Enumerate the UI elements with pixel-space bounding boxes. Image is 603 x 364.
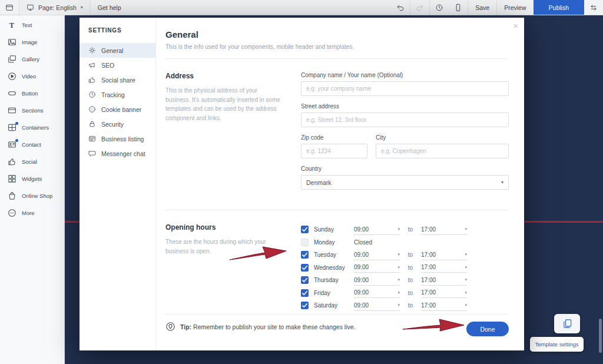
save-button[interactable]: Save	[468, 0, 496, 15]
notification-dot	[15, 122, 18, 125]
opening-hours-title: Opening hours	[165, 223, 281, 231]
canvas-scrollbar[interactable]	[599, 319, 602, 353]
pages-icon[interactable]	[0, 0, 19, 15]
open-time-select[interactable]: 09:00▾	[354, 300, 400, 311]
open-time-value: 09:00	[354, 302, 369, 309]
address-section: Address This is the physical address of …	[165, 59, 509, 210]
open-time-select[interactable]: 09:00▾	[354, 262, 400, 273]
country-select[interactable]: Denmark ▾	[301, 175, 509, 190]
settings-nav-business-listing[interactable]: Business listing	[79, 131, 155, 146]
company-name-input[interactable]	[301, 81, 509, 96]
country-value: Denmark	[306, 179, 332, 186]
sidebar-item-online-shop[interactable]: Online Shop	[0, 187, 64, 204]
page-language-select[interactable]: Page: English ▾	[19, 0, 91, 15]
open-time-select[interactable]: 09:00▾	[354, 275, 400, 286]
close-time-select[interactable]: 17:00▾	[421, 262, 467, 273]
sidebar-item-video[interactable]: Video	[0, 68, 64, 85]
close-time-select[interactable]: 17:00▾	[421, 224, 467, 235]
undo-icon[interactable]	[391, 0, 410, 15]
chevron-down-icon: ▾	[465, 303, 467, 307]
chevron-down-icon: ▾	[465, 290, 467, 295]
button-icon	[8, 89, 16, 98]
day-checkbox[interactable]	[301, 289, 309, 297]
template-settings-button[interactable]: Template settings	[530, 337, 584, 352]
redo-icon[interactable]	[410, 0, 429, 15]
general-header: General This is the info used for your c…	[165, 18, 509, 59]
lock-icon	[88, 120, 96, 128]
sidebar-item-containers[interactable]: Containers	[0, 119, 64, 136]
sidebar-item-label: Widgets	[22, 176, 42, 182]
cookie-icon	[88, 105, 96, 113]
close-time-select[interactable]: 17:00▾	[421, 287, 467, 298]
more-icon	[8, 209, 16, 217]
to-label: to	[400, 252, 421, 258]
to-label: to	[400, 226, 421, 233]
close-time-select[interactable]: 17:00▾	[421, 250, 467, 260]
chevron-down-icon: ▾	[465, 252, 467, 257]
sidebar-item-gallery[interactable]: Gallery	[0, 51, 64, 68]
browser-icon	[26, 4, 34, 11]
zip-code-input[interactable]	[301, 144, 367, 158]
open-time-value: 09:00	[354, 226, 369, 233]
street-address-input[interactable]	[301, 112, 509, 127]
settings-nav-general[interactable]: General	[79, 43, 155, 58]
svg-text:T: T	[9, 21, 15, 29]
settings-nav-seo[interactable]: SEO	[79, 58, 155, 72]
address-title: Address	[165, 72, 281, 80]
settings-nav-security[interactable]: Security	[79, 117, 155, 131]
template-pages-button[interactable]	[554, 314, 580, 333]
close-time-value: 17:00	[421, 226, 436, 233]
publish-button[interactable]: Publish	[534, 0, 584, 15]
day-checkbox[interactable]	[301, 251, 309, 259]
settings-nav-messenger-chat[interactable]: Messenger chat	[79, 146, 155, 161]
preview-button[interactable]: Preview	[497, 0, 533, 15]
sidebar-item-text[interactable]: TText	[0, 16, 64, 34]
city-input[interactable]	[376, 144, 509, 158]
day-label: Friday	[314, 290, 354, 296]
close-time-value: 17:00	[421, 277, 436, 283]
sidebar-item-button[interactable]: Button	[0, 85, 64, 102]
settings-nav-social-share[interactable]: Social share	[79, 72, 155, 87]
tip-text: Tip:Remember to publish your site to mak…	[180, 323, 356, 330]
close-time-select[interactable]: 17:00▾	[421, 300, 467, 311]
sidebar-item-image[interactable]: Image	[0, 34, 64, 51]
mobile-preview-icon[interactable]	[449, 0, 468, 15]
pin-icon	[165, 322, 175, 332]
done-button[interactable]: Done	[466, 322, 509, 336]
sidebar-item-social[interactable]: Social	[0, 153, 64, 170]
settings-nav-cookie-banner[interactable]: Cookie banner	[79, 102, 155, 117]
sidebar-item-widgets[interactable]: Widgets	[0, 170, 64, 187]
widgets-icon	[8, 174, 16, 183]
settings-nav-label: Business listing	[101, 135, 144, 143]
sidebar-item-contact[interactable]: Contact	[0, 136, 64, 153]
close-time-select[interactable]: 17:00▾	[421, 275, 467, 286]
day-label: Tuesday	[314, 252, 354, 258]
pages-icon	[562, 319, 572, 329]
sections-icon	[8, 106, 16, 115]
history-icon[interactable]	[430, 0, 449, 15]
day-checkbox[interactable]	[301, 276, 309, 284]
day-checkbox[interactable]	[301, 226, 309, 233]
image-icon	[8, 38, 16, 47]
open-time-select[interactable]: 09:00▾	[354, 287, 400, 298]
close-icon[interactable]: ×	[513, 21, 518, 31]
day-checkbox[interactable]	[301, 302, 309, 309]
open-time-select[interactable]: 09:00▾	[354, 224, 400, 235]
switch-device-icon[interactable]	[584, 0, 603, 15]
day-checkbox[interactable]	[301, 239, 309, 246]
open-time-select[interactable]: 09:00▾	[354, 250, 400, 260]
clock-icon	[88, 91, 96, 98]
opening-hours-row-wednesday: Wednesday09:00▾to17:00▾	[301, 262, 509, 274]
sidebar-item-sections[interactable]: Sections	[0, 102, 64, 119]
top-toolbar: Page: English ▾ Get help Save Preview Pu…	[0, 0, 603, 15]
opening-hours-section: Opening hours These are the hours during…	[165, 210, 509, 325]
chat-icon	[88, 150, 96, 157]
sidebar-item-label: Contact	[22, 141, 41, 148]
gallery-icon	[8, 55, 16, 64]
close-time-value: 17:00	[421, 252, 436, 258]
sidebar-item-more[interactable]: More	[0, 204, 64, 221]
social-icon	[8, 157, 16, 166]
settings-nav-tracking[interactable]: Tracking	[79, 87, 155, 102]
get-help-button[interactable]: Get help	[91, 0, 128, 15]
day-checkbox[interactable]	[301, 264, 309, 272]
